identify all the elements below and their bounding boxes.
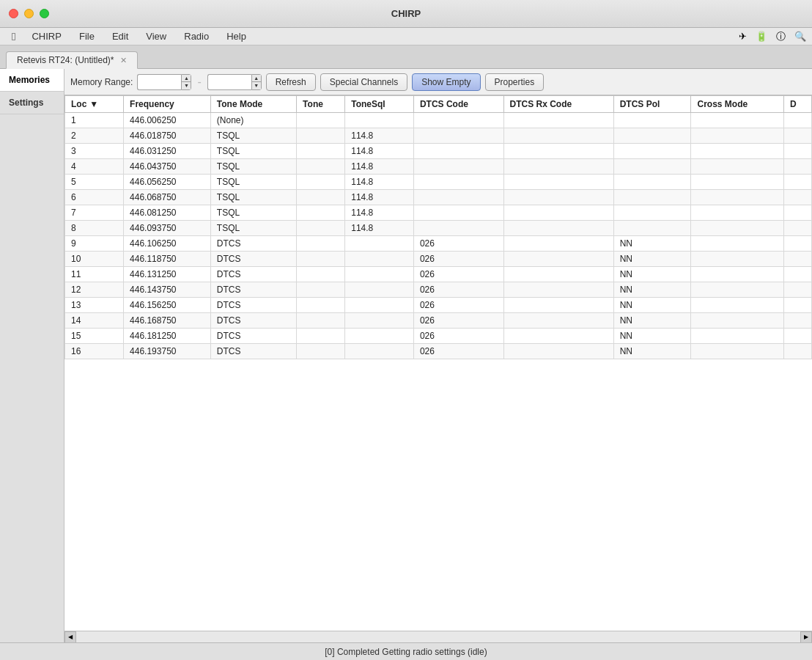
table-row[interactable]: 3446.031250TSQL114.8: [65, 144, 812, 159]
cell-row10-col6[interactable]: 026: [413, 252, 503, 267]
cell-row12-col3[interactable]: DTCS: [210, 282, 296, 298]
cell-row13-col9[interactable]: [691, 298, 784, 313]
cell-row10-col4[interactable]: [297, 252, 345, 267]
cell-row6-col4[interactable]: [297, 190, 345, 205]
cell-row3-col6[interactable]: [413, 144, 503, 159]
cell-row2-col7[interactable]: [503, 128, 613, 144]
menu-help[interactable]: Help: [219, 29, 254, 43]
cell-row1-col10[interactable]: [784, 113, 812, 128]
cell-row15-col1[interactable]: 15: [65, 329, 124, 344]
cell-row1-col3[interactable]: (None): [210, 113, 296, 128]
sidebar-item-settings[interactable]: Settings: [0, 92, 64, 114]
cell-row15-col7[interactable]: [503, 329, 613, 344]
cell-row11-col9[interactable]: [691, 267, 784, 282]
cell-row14-col8[interactable]: NN: [613, 313, 691, 329]
cell-row5-col5[interactable]: 114.8: [345, 175, 414, 190]
cell-row9-col6[interactable]: 026: [413, 236, 503, 252]
cell-row9-col3[interactable]: DTCS: [210, 236, 296, 252]
cell-row2-col2[interactable]: 446.018750: [124, 128, 211, 144]
cell-row9-col7[interactable]: [503, 236, 613, 252]
table-row[interactable]: 5446.056250TSQL114.8: [65, 175, 812, 190]
table-row[interactable]: 2446.018750TSQL114.8: [65, 128, 812, 144]
table-row[interactable]: 1446.006250(None): [65, 113, 812, 128]
cell-row5-col6[interactable]: [413, 175, 503, 190]
cell-row3-col9[interactable]: [691, 144, 784, 159]
cell-row15-col6[interactable]: 026: [413, 329, 503, 344]
cell-row3-col2[interactable]: 446.031250: [124, 144, 211, 159]
cell-row10-col8[interactable]: NN: [613, 252, 691, 267]
col-header-d[interactable]: D: [784, 96, 812, 113]
cell-row3-col7[interactable]: [503, 144, 613, 159]
cell-row1-col1[interactable]: 1: [65, 113, 124, 128]
cell-row6-col8[interactable]: [613, 190, 691, 205]
col-header-frequency[interactable]: Frequency: [124, 96, 211, 113]
cell-row6-col10[interactable]: [784, 190, 812, 205]
sidebar-item-memories[interactable]: Memories: [0, 69, 64, 92]
cell-row15-col5[interactable]: [345, 329, 414, 344]
cell-row10-col1[interactable]: 10: [65, 252, 124, 267]
cell-row2-col4[interactable]: [297, 128, 345, 144]
cell-row5-col4[interactable]: [297, 175, 345, 190]
cell-row8-col4[interactable]: [297, 221, 345, 236]
cell-row14-col2[interactable]: 446.168750: [124, 313, 211, 329]
cell-row8-col9[interactable]: [691, 221, 784, 236]
cell-row1-col4[interactable]: [297, 113, 345, 128]
col-header-cross-mode[interactable]: Cross Mode: [691, 96, 784, 113]
range-start-down-button[interactable]: ▼: [182, 82, 191, 89]
cell-row4-col6[interactable]: [413, 159, 503, 175]
cell-row16-col4[interactable]: [297, 344, 345, 359]
col-header-tonesql[interactable]: ToneSql: [345, 96, 414, 113]
cell-row4-col5[interactable]: 114.8: [345, 159, 414, 175]
cell-row8-col1[interactable]: 8: [65, 221, 124, 236]
cell-row3-col10[interactable]: [784, 144, 812, 159]
col-header-dtcs-pol[interactable]: DTCS Pol: [613, 96, 691, 113]
range-start-up-button[interactable]: ▲: [182, 75, 191, 83]
cell-row1-col9[interactable]: [691, 113, 784, 128]
cell-row8-col5[interactable]: 114.8: [345, 221, 414, 236]
cell-row15-col9[interactable]: [691, 329, 784, 344]
cell-row10-col5[interactable]: [345, 252, 414, 267]
show-empty-button[interactable]: Show Empty: [412, 73, 480, 91]
maximize-button[interactable]: [40, 9, 49, 18]
cell-row3-col1[interactable]: 3: [65, 144, 124, 159]
table-row[interactable]: 9446.106250DTCS026NN: [65, 236, 812, 252]
cell-row7-col6[interactable]: [413, 205, 503, 221]
cell-row9-col8[interactable]: NN: [613, 236, 691, 252]
cell-row4-col2[interactable]: 446.043750: [124, 159, 211, 175]
cell-row13-col5[interactable]: [345, 298, 414, 313]
cell-row5-col10[interactable]: [784, 175, 812, 190]
col-header-tone[interactable]: Tone: [297, 96, 345, 113]
cell-row4-col9[interactable]: [691, 159, 784, 175]
cell-row10-col2[interactable]: 446.118750: [124, 252, 211, 267]
cell-row6-col9[interactable]: [691, 190, 784, 205]
cell-row1-col6[interactable]: [413, 113, 503, 128]
cell-row13-col7[interactable]: [503, 298, 613, 313]
refresh-button[interactable]: Refresh: [266, 73, 316, 91]
cell-row14-col6[interactable]: 026: [413, 313, 503, 329]
cell-row9-col10[interactable]: [784, 236, 812, 252]
cell-row15-col2[interactable]: 446.181250: [124, 329, 211, 344]
cell-row7-col3[interactable]: TSQL: [210, 205, 296, 221]
cell-row3-col5[interactable]: 114.8: [345, 144, 414, 159]
table-row[interactable]: 8446.093750TSQL114.8: [65, 221, 812, 236]
cell-row13-col3[interactable]: DTCS: [210, 298, 296, 313]
special-channels-button[interactable]: Special Channels: [320, 73, 407, 91]
scroll-left-button[interactable]: ◀: [64, 631, 76, 643]
cell-row11-col6[interactable]: 026: [413, 267, 503, 282]
cell-row10-col7[interactable]: [503, 252, 613, 267]
cell-row12-col5[interactable]: [345, 282, 414, 298]
cell-row12-col1[interactable]: 12: [65, 282, 124, 298]
cell-row2-col9[interactable]: [691, 128, 784, 144]
cell-row13-col6[interactable]: 026: [413, 298, 503, 313]
scroll-right-button[interactable]: ▶: [800, 631, 812, 643]
apple-menu[interactable]: : [6, 29, 21, 44]
range-end-input[interactable]: [207, 74, 251, 90]
cell-row2-col3[interactable]: TSQL: [210, 128, 296, 144]
properties-button[interactable]: Properties: [485, 73, 545, 91]
range-end-down-button[interactable]: ▼: [252, 82, 261, 89]
cell-row5-col9[interactable]: [691, 175, 784, 190]
cell-row16-col1[interactable]: 16: [65, 344, 124, 359]
menu-edit[interactable]: Edit: [105, 29, 136, 43]
cell-row16-col10[interactable]: [784, 344, 812, 359]
cell-row16-col3[interactable]: DTCS: [210, 344, 296, 359]
